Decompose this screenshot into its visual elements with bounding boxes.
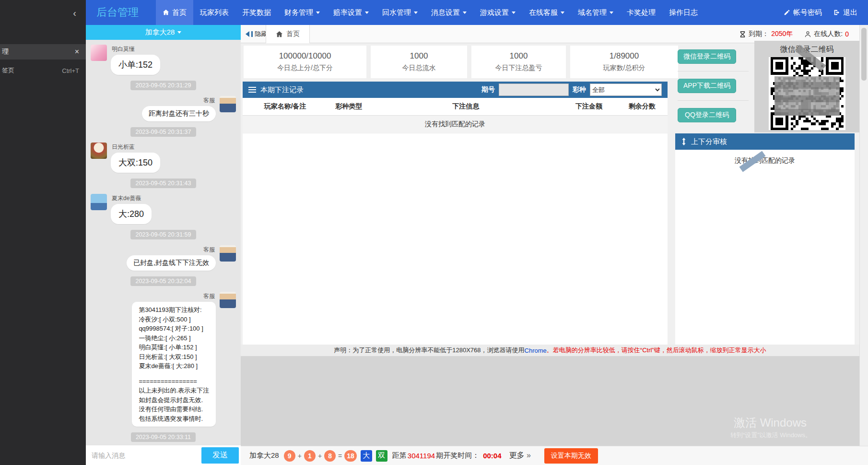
chat-message-incoming: 明白莫懂小单:152 — [91, 45, 236, 75]
chevron-down-icon — [561, 12, 564, 14]
browser-tab[interactable]: 理 × — [0, 44, 86, 60]
vertical-scrollbar[interactable] — [859, 25, 868, 465]
chat-message-outgoing: 客服已封盘,封盘线下下注无效 — [91, 245, 236, 271]
qr-code-image — [769, 57, 845, 130]
nav-item-11[interactable]: 操作日志 — [662, 0, 704, 25]
top-navbar: 后台管理 首页玩家列表开奖数据财务管理赔率设置回水管理消息设置游戏设置在线客服域… — [86, 0, 868, 25]
close-icon[interactable]: × — [75, 48, 79, 56]
app-title: 后台管理 — [96, 0, 139, 25]
hourglass-icon — [739, 31, 746, 38]
logout-button[interactable]: 退出 — [833, 0, 858, 25]
chevron-down-icon — [316, 12, 320, 14]
hide-bar-icon — [251, 31, 253, 37]
send-button[interactable]: 发送 — [201, 447, 239, 464]
nav-item-6[interactable]: 消息设置 — [424, 0, 473, 25]
windows-activation-watermark-sub: 转到“设置”以激活 Windows。 — [730, 431, 811, 440]
stat-label: 今日下注总盈亏 — [495, 64, 542, 72]
draw-suffix: 期开奖时间： — [436, 451, 479, 460]
nav-item-label: 开奖数据 — [242, 0, 271, 25]
more-button[interactable]: 更多 » — [509, 451, 531, 461]
lottery-type-select[interactable]: 全部 — [590, 83, 662, 96]
stat-value: 1000 — [510, 51, 528, 61]
menu-icon[interactable] — [248, 87, 256, 93]
tab-home[interactable]: 首页 — [266, 25, 310, 43]
chat-message-input[interactable] — [86, 452, 201, 459]
draw-result-badges: 9+1+8=18 — [284, 450, 357, 462]
chat-sender-name: 客服 — [203, 246, 215, 254]
chat-bubble: 小单:152 — [111, 55, 160, 75]
browser-new-tab[interactable]: 签页 Ctrl+T — [0, 63, 86, 78]
stat-value: 1/89000 — [610, 51, 639, 61]
qr-buttons-column: 微信登录二维码APP下载二维码QQ登录二维码 — [678, 49, 750, 122]
nav-item-label: 操作日志 — [669, 0, 698, 25]
nav-item-label: 回水管理 — [382, 0, 411, 25]
chevron-down-icon — [610, 12, 613, 14]
main-menu: 首页玩家列表开奖数据财务管理赔率设置回水管理消息设置游戏设置在线客服域名管理卡奖… — [156, 0, 704, 25]
chat-game-title: 加拿大28 — [145, 28, 175, 37]
chrome-link[interactable]: Chrome — [525, 347, 547, 354]
chat-game-selector[interactable]: 加拿大28 — [86, 25, 241, 40]
nav-item-label: 域名管理 — [578, 0, 607, 25]
chat-timestamp: 2023-09-05 20:31:59 — [91, 230, 236, 239]
chevron-down-icon — [365, 12, 369, 14]
expire-value: 2050年 — [771, 30, 793, 38]
next-draw-info: 距第 3041194 期开奖时间： 00:04 — [392, 451, 504, 460]
bet-records-title: 本期下注记录 — [260, 85, 304, 95]
chat-message-incoming: 日光析蓝大双:150 — [91, 143, 236, 173]
next-issue-number: 3041194 — [408, 452, 435, 460]
result-total-badge: 18 — [344, 450, 357, 462]
nav-item-label: 消息设置 — [431, 0, 460, 25]
nav-item-3[interactable]: 财务管理 — [278, 0, 327, 25]
nav-item-8[interactable]: 在线客服 — [522, 0, 571, 25]
issue-number-input[interactable] — [499, 83, 569, 96]
stat-box-2: 1000今日下注总盈亏 — [471, 46, 566, 78]
pair-badge: 双 — [376, 450, 387, 462]
account-password-button[interactable]: 帐号密码 — [783, 0, 823, 25]
windows-activation-watermark: 激活 Windows — [734, 415, 807, 430]
divider — [678, 100, 749, 101]
chat-sender-name: 客服 — [203, 96, 215, 105]
nav-item-7[interactable]: 游戏设置 — [473, 0, 522, 25]
chat-message-list[interactable]: 明白莫懂小单:1522023-09-05 20:31:29客服距离封盘还有三十秒… — [86, 40, 241, 445]
nav-item-4[interactable]: 赔率设置 — [327, 0, 375, 25]
collapse-sidebar-icon[interactable]: ‹ — [73, 8, 76, 19]
draw-prefix: 距第 — [392, 451, 407, 460]
draw-countdown: 00:04 — [483, 452, 501, 460]
nav-item-5[interactable]: 回水管理 — [375, 0, 424, 25]
nav-item-0[interactable]: 首页 — [156, 0, 193, 25]
chat-bubble: 第3041193期下注核对:冷夜汐:[ 小双:500 ]qq9998574:[ … — [132, 302, 216, 427]
nav-item-9[interactable]: 域名管理 — [571, 0, 620, 25]
logout-icon — [833, 9, 840, 16]
declaration-warning: 。若电脑的分辨率比较低，请按住“Ctrl”键，然后滚动鼠标，缩放到正常显示大小 — [547, 346, 766, 355]
qr-blur-overlay — [774, 76, 840, 116]
set-invalid-button[interactable]: 设置本期无效 — [544, 448, 598, 464]
chat-timestamp: 2023-09-05 20:32:04 — [91, 276, 236, 286]
nav-item-label: 财务管理 — [284, 0, 313, 25]
hide-sidebar-button[interactable]: 隐藏 — [246, 25, 267, 43]
nav-item-2[interactable]: 开奖数据 — [235, 0, 278, 25]
chat-message-outgoing: 客服第3041193期下注核对:冷夜汐:[ 小双:500 ]qq9998574:… — [91, 292, 236, 427]
qr-button-0[interactable]: 微信登录二维码 — [678, 49, 736, 64]
home-icon — [163, 9, 169, 16]
score-review-panel: 上下分审核 没有找到匹配的记录 — [675, 133, 855, 345]
nav-item-label: 卡奖处理 — [627, 0, 656, 25]
stat-value: 100000/10000 — [279, 51, 331, 61]
chat-sender-name: 客服 — [203, 292, 215, 300]
bet-table-empty-row: 没有找到匹配的记录 — [243, 116, 668, 133]
chat-timestamp: 2023-09-05 20:31:37 — [91, 127, 236, 137]
bet-column-header: 下注金额 — [561, 98, 616, 116]
result-number-badge: 9 — [284, 450, 295, 462]
scrollbar-thumb[interactable] — [861, 28, 867, 81]
qr-code-block: 微信登录二维码 — [754, 41, 859, 132]
lottery-type-label: 彩种 — [573, 85, 586, 94]
account-password-label: 帐号密码 — [793, 0, 822, 25]
nav-item-10[interactable]: 卡奖处理 — [620, 0, 662, 25]
qr-button-2[interactable]: QQ登录二维码 — [678, 108, 736, 122]
qr-button-1[interactable]: APP下载二维码 — [678, 79, 736, 93]
new-tab-shortcut: Ctrl+T — [62, 67, 79, 74]
chat-timestamp: 2023-09-05 20:33:11 — [91, 432, 236, 442]
nav-item-1[interactable]: 玩家列表 — [193, 0, 235, 25]
browser-tab-label: 理 — [2, 48, 9, 56]
chat-message-outgoing: 客服距离封盘还有三十秒 — [91, 96, 236, 121]
up-down-arrows-icon — [681, 138, 687, 145]
